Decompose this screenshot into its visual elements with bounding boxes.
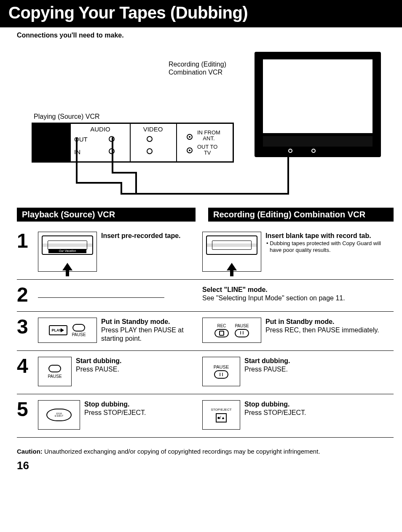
subtitle: Connections you'll need to make.	[17, 32, 394, 39]
step-4: 4 PAUSE Start dubbing. Press PAUSE. PAUS…	[17, 351, 394, 394]
stopej-label: STOP/EJECT	[211, 408, 231, 412]
step-number: 5	[17, 400, 34, 418]
step-number: 2	[17, 286, 34, 304]
step4-left-body: Press PAUSE.	[76, 366, 119, 373]
step3-right-body: Press REC, then PAUSE immediately.	[265, 326, 379, 334]
step-number: 1	[17, 232, 34, 250]
stop-eject-icon-box: STOP & EJECT	[38, 400, 80, 430]
pause-icon-box: PAUSE I I	[202, 357, 240, 386]
step1-bullet: Dubbing tapes protected with Copy Guard …	[265, 240, 394, 253]
play-pause-icon: PLAY PAUSE	[38, 318, 97, 343]
play-button-icon: PLAY	[49, 325, 67, 335]
step4-left-heading: Start dubbing.	[76, 357, 121, 364]
playback-header: Playback (Source) VCR	[17, 208, 196, 222]
step1-left-heading: Insert pre-recorded tape.	[101, 232, 181, 239]
step5-right-heading: Stop dubbing.	[244, 401, 290, 408]
stop-eject-button-icon: STOP & EJECT	[46, 409, 72, 421]
playing-vcr-label: Playing (Source) VCR	[34, 113, 100, 120]
caution-text: Caution: Unauthorized exchanging and/or …	[17, 448, 394, 455]
cassette-label: Our Vacation	[48, 249, 86, 253]
recording-header: Recording (Editing) Combination VCR	[208, 208, 394, 222]
title-bar: Copying Your Tapes (Dubbing)	[0, 0, 402, 27]
step2-body: See "Selecting Input Mode" section on pa…	[202, 294, 345, 302]
rec-button-icon	[214, 329, 229, 337]
vcr-rear-panel: AUDIO VIDEO OUT IN IN FROM ANT. OUT TO T…	[32, 123, 234, 163]
step-3: 3 PLAY PAUSE Put in Standby mode. Press …	[17, 312, 394, 351]
step-2: 2 Select "LINE" mode. See "Selecting Inp…	[17, 280, 394, 312]
page-title: Copying Your Tapes (Dubbing)	[8, 3, 394, 22]
pause-button-icon	[72, 324, 85, 331]
insert-tape-icon: Our Vacation	[38, 232, 97, 272]
step4-right-heading: Start dubbing.	[244, 357, 290, 364]
rec-label: REC	[217, 323, 226, 328]
in-from-ant-label: IN FROM ANT.	[197, 130, 220, 141]
pause-icon-box: PAUSE	[38, 357, 72, 386]
insert-blank-tape-icon	[202, 232, 261, 272]
step2-heading: Select "LINE" mode.	[202, 286, 268, 293]
step3-left-heading: Put in Standby mode.	[101, 318, 170, 325]
ant-out-jack	[187, 147, 193, 153]
column-headers: Playback (Source) VCR Recording (Editing…	[17, 208, 394, 226]
step-number: 4	[17, 357, 34, 375]
video-out-jack	[147, 136, 153, 142]
step1-right-heading: Insert blank tape with record tab.	[265, 232, 371, 239]
step-5: 5 STOP & EJECT Stop dubbing. Press STOP/…	[17, 394, 394, 437]
pause-label: PAUSE	[48, 374, 62, 379]
stop-eject-icon-box: STOP/EJECT ■/▲	[202, 400, 240, 430]
rec-pause-icon: REC PAUSE I I	[202, 318, 261, 343]
pause-button-icon: I I	[235, 329, 249, 337]
page-number: 16	[17, 459, 394, 472]
step5-right-body: Press STOP/EJECT.	[244, 409, 306, 416]
pause-button-icon	[48, 365, 61, 372]
tv-icon	[255, 52, 381, 157]
audio-label: AUDIO	[71, 126, 130, 133]
out-to-tv-label: OUT TO TV	[197, 144, 217, 155]
step5-left-body: Press STOP/EJECT.	[84, 409, 146, 416]
step3-right-heading: Put in Standby mode.	[265, 318, 335, 325]
recording-vcr-label: Recording (Editing) Combination VCR	[169, 60, 226, 76]
video-label: VIDEO	[130, 126, 176, 133]
step-number: 3	[17, 318, 34, 336]
step3-left-body: Press PLAY then PAUSE at starting point.	[101, 326, 184, 342]
pause-button-icon: I I	[214, 370, 228, 379]
step-1: 1 Our Vacation Insert pre-recorded tape.…	[17, 226, 394, 280]
stop-eject-button-icon: ■/▲	[216, 413, 227, 422]
connection-diagram: Recording (Editing) Combination VCR Play…	[17, 48, 394, 199]
pause-label: PAUSE	[214, 364, 229, 369]
page-content: Connections you'll need to make. Recordi…	[0, 27, 402, 476]
video-in-jack	[147, 148, 153, 154]
pause-label: PAUSE	[72, 332, 86, 337]
step4-right-body: Press PAUSE.	[244, 366, 288, 373]
step5-left-heading: Stop dubbing.	[84, 401, 130, 408]
ant-in-jack	[187, 134, 193, 140]
pause-label: PAUSE	[235, 323, 249, 328]
